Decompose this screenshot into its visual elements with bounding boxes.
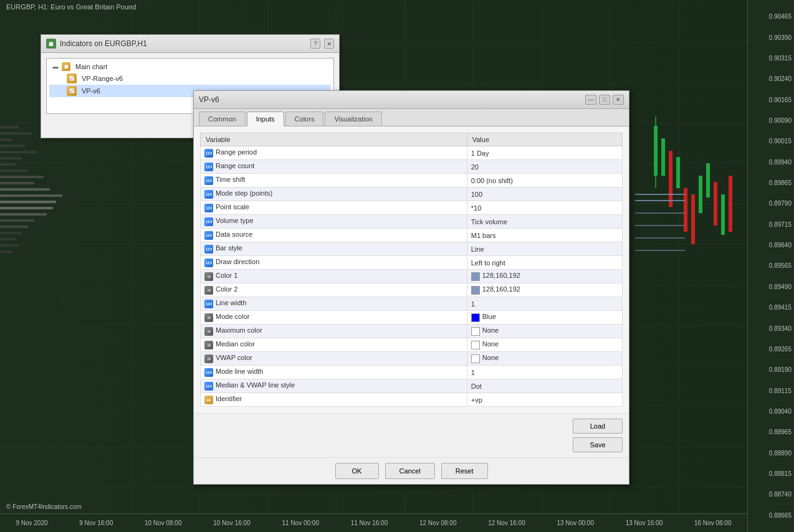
param-variable-17: 123Median & VWAP line style	[201, 379, 467, 393]
svg-rect-44	[0, 145, 25, 147]
ok-button[interactable]: OK	[335, 463, 379, 479]
param-value-16[interactable]: 1	[467, 366, 622, 379]
svg-rect-47	[0, 163, 16, 166]
properties-maximize-button[interactable]: □	[599, 95, 610, 105]
price-tick: 0.89115	[750, 387, 792, 394]
param-variable-13: ⊞Maximum color	[201, 325, 467, 338]
svg-rect-45	[0, 151, 37, 153]
tree-collapse-icon: ▬	[52, 63, 59, 70]
param-variable-9: ⊞Color 1	[201, 270, 467, 283]
param-value-5[interactable]: Tick volume	[467, 215, 622, 229]
svg-rect-57	[0, 226, 28, 228]
tab-colors[interactable]: Colors	[285, 112, 324, 126]
svg-rect-30	[699, 176, 702, 213]
param-value-15[interactable]: None	[467, 352, 622, 366]
properties-titlebar: VP-v6 — □ ✕	[194, 91, 629, 109]
param-value-7[interactable]: Line	[467, 242, 622, 256]
param-value-11[interactable]: 1	[467, 297, 622, 311]
tree-item-label-1: VP-Range-v6	[82, 75, 123, 82]
param-value-3[interactable]: 100	[467, 188, 622, 201]
param-variable-11: 123Line width	[201, 297, 467, 311]
time-axis: 9 Nov 2020 9 Nov 16:00 10 Nov 08:00 10 N…	[0, 513, 747, 532]
time-tick: 9 Nov 16:00	[79, 520, 113, 526]
svg-rect-55	[0, 213, 47, 216]
price-tick: 0.90390	[750, 34, 792, 41]
param-value-4[interactable]: *10	[467, 201, 622, 215]
param-variable-2: 123Time shift	[201, 174, 467, 188]
time-tick: 13 Nov 16:00	[626, 520, 663, 526]
time-tick: 12 Nov 16:00	[488, 520, 525, 526]
param-variable-7: 123Bar style	[201, 242, 467, 256]
properties-title: VP-v6	[199, 95, 219, 104]
tree-item-vp-range[interactable]: 📈 VP-Range-v6	[49, 72, 331, 85]
properties-footer: Load Save	[194, 413, 629, 457]
tree-root-icon: ▦	[62, 62, 70, 71]
param-variable-12: ⊞Mode color	[201, 311, 467, 325]
param-value-14[interactable]: None	[467, 338, 622, 352]
load-button[interactable]: Load	[573, 419, 623, 434]
time-tick: 10 Nov 08:00	[145, 520, 182, 526]
svg-rect-54	[0, 207, 53, 209]
param-value-9[interactable]: 128,160,192	[467, 270, 622, 283]
price-tick: 0.89865	[750, 179, 792, 186]
svg-rect-31	[706, 163, 710, 197]
price-tick: 0.90315	[750, 55, 792, 62]
svg-rect-59	[0, 238, 16, 240]
indicators-dialog-titlebar: ▦ Indicators on EURGBP,H1 ? ✕	[41, 35, 339, 53]
price-tick: 0.88740	[750, 491, 792, 498]
param-value-12[interactable]: Blue	[467, 311, 622, 325]
price-tick: 0.89715	[750, 221, 792, 228]
param-value-2[interactable]: 0:00 (no shift)	[467, 174, 622, 188]
param-value-13[interactable]: None	[467, 325, 622, 338]
param-value-1[interactable]: 20	[467, 160, 622, 174]
param-variable-3: 123Mode step (points)	[201, 188, 467, 201]
tree-root-item[interactable]: ▬ ▦ Main chart	[49, 61, 331, 72]
price-tick: 0.90165	[750, 97, 792, 103]
param-variable-16: 123Mode line width	[201, 366, 467, 379]
svg-rect-46	[0, 157, 22, 159]
param-variable-4: 123Point scale	[201, 201, 467, 215]
param-value-6[interactable]: M1 bars	[467, 229, 622, 242]
indicators-dialog-title-left: ▦ Indicators on EURGBP,H1	[46, 39, 147, 49]
price-tick: 0.89265	[750, 346, 792, 353]
tab-visualization[interactable]: Visualization	[325, 112, 382, 126]
indicators-close-button[interactable]: ✕	[324, 39, 334, 49]
svg-rect-60	[0, 244, 19, 247]
price-tick: 0.88965	[750, 429, 792, 435]
param-variable-0: 123Range period	[201, 146, 467, 160]
param-value-0[interactable]: 1 Day	[467, 146, 622, 160]
cancel-button[interactable]: Cancel	[385, 463, 435, 479]
properties-close-button[interactable]: ✕	[613, 95, 624, 105]
param-variable-10: ⊞Color 2	[201, 283, 467, 297]
param-value-18[interactable]: +vp	[467, 393, 622, 407]
param-value-8[interactable]: Left to right	[467, 256, 622, 270]
time-tick: 10 Nov 16:00	[213, 520, 251, 526]
svg-rect-22	[654, 126, 658, 176]
param-variable-18: abIdentifier	[201, 393, 467, 407]
param-variable-15: ⊞VWAP color	[201, 352, 467, 366]
param-value-10[interactable]: 128,160,192	[467, 283, 622, 297]
svg-rect-27	[676, 157, 680, 188]
price-tick: 0.89415	[750, 304, 792, 311]
indicators-help-button[interactable]: ?	[310, 39, 320, 49]
properties-minimize-button[interactable]: —	[585, 95, 596, 105]
reset-button[interactable]: Reset	[441, 463, 488, 479]
price-tick: 0.88815	[750, 470, 792, 477]
tree-root-label: Main chart	[75, 63, 107, 70]
svg-rect-51	[0, 188, 50, 191]
price-tick: 0.89790	[750, 200, 792, 207]
price-axis: 0.90465 0.90390 0.90315 0.90240 0.90165 …	[747, 0, 794, 532]
tab-inputs[interactable]: Inputs	[247, 112, 284, 126]
param-value-17[interactable]: Dot	[467, 379, 622, 393]
svg-rect-50	[0, 182, 34, 184]
save-button[interactable]: Save	[573, 437, 623, 452]
price-tick: 0.90090	[750, 117, 792, 124]
price-tick: 0.88890	[750, 450, 792, 457]
price-tick: 0.89190	[750, 366, 792, 373]
time-tick: 11 Nov 16:00	[351, 520, 388, 526]
tab-common[interactable]: Common	[199, 112, 246, 126]
time-tick: 13 Nov 00:00	[557, 520, 594, 526]
param-variable-8: 123Draw direction	[201, 256, 467, 270]
param-variable-1: 123Range count	[201, 160, 467, 174]
svg-rect-29	[691, 194, 695, 244]
